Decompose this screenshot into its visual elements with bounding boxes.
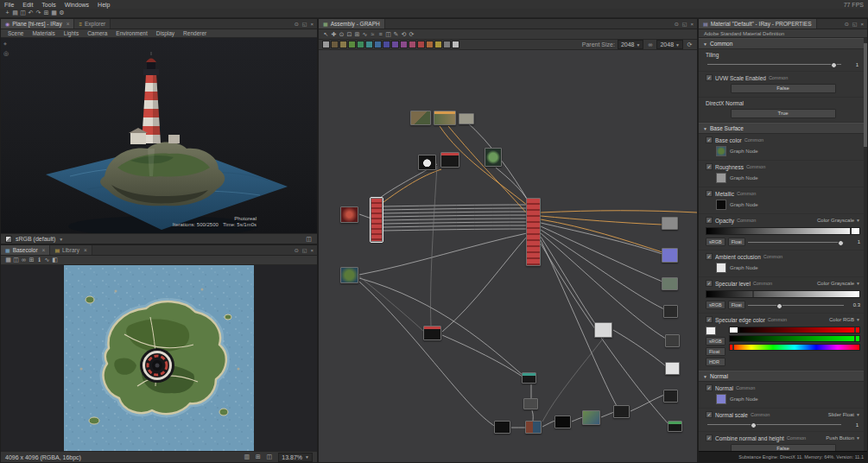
scrollbar[interactable]	[864, 38, 867, 451]
panel-options-icon[interactable]: ◫	[305, 235, 313, 244]
tile-icon[interactable]: ⊞	[28, 256, 35, 264]
copy-icon[interactable]: ⊞	[42, 9, 50, 17]
close-icon[interactable]: ×	[310, 248, 314, 253]
node-type-swatch-1[interactable]	[331, 41, 339, 48]
checkbox[interactable]	[706, 136, 713, 143]
value-type-select[interactable]: Color Grayscale ▼	[817, 281, 860, 286]
checkbox[interactable]	[706, 434, 713, 441]
checkbox[interactable]	[706, 253, 713, 260]
graph-node-26[interactable]	[582, 410, 600, 425]
grayscale-gradient[interactable]	[706, 290, 860, 298]
new-icon[interactable]: +	[3, 9, 11, 17]
node-type-swatch-8[interactable]	[391, 41, 399, 48]
zoom-icon[interactable]: ⊙	[338, 30, 345, 39]
graph-node-10[interactable]	[340, 267, 358, 283]
viewport-menu-lights[interactable]: Lights	[60, 30, 82, 36]
directx-normal-toggle-button[interactable]: True	[731, 109, 836, 118]
graph-node-2[interactable]	[434, 111, 456, 125]
parent-size-width-select[interactable]: 2048 ▼	[618, 40, 644, 49]
red-channel-slider[interactable]	[729, 327, 860, 333]
graph-node-19[interactable]	[668, 421, 682, 432]
graph-node-8[interactable]	[371, 198, 383, 242]
image-icon[interactable]: ▦	[4, 256, 12, 264]
float-icon[interactable]: ◱	[302, 247, 307, 253]
green-channel-slider[interactable]	[729, 335, 860, 342]
edit-icon[interactable]: ✎	[392, 30, 400, 39]
graph-node-7[interactable]	[340, 206, 358, 223]
wave-icon[interactable]: ≈	[369, 30, 377, 39]
checkbox[interactable]	[706, 74, 713, 81]
graph-node-ref[interactable]: Graph Node	[716, 263, 860, 273]
srgb-button[interactable]: sRGB	[706, 337, 725, 346]
node-type-swatch-7[interactable]	[383, 41, 390, 48]
graph-node-1[interactable]	[410, 111, 431, 125]
graph-node-22[interactable]	[523, 398, 538, 409]
viewport-menu-display[interactable]: Display	[153, 30, 178, 36]
graph-node-21[interactable]	[522, 372, 536, 384]
tab-basecolor[interactable]: ▦ Basecolor ×	[1, 245, 50, 255]
link-display-icon[interactable]: ∿	[361, 30, 369, 39]
graph-node-5[interactable]	[440, 152, 459, 168]
hue-slider[interactable]	[729, 344, 860, 351]
graph-node-ref[interactable]: Graph Node	[716, 200, 860, 210]
tab-library[interactable]: ▤ Library ×	[50, 245, 92, 255]
node-type-swatch-10[interactable]	[409, 41, 416, 48]
frame-icon[interactable]: ⊡	[345, 30, 353, 39]
pin-icon[interactable]: ⊙	[845, 21, 849, 27]
checkbox[interactable]	[706, 163, 713, 170]
graph-node-20[interactable]	[423, 326, 441, 340]
float-button[interactable]: Float	[728, 238, 745, 246]
graph-canvas[interactable]	[319, 50, 697, 462]
viewport-2d[interactable]	[1, 265, 317, 451]
value-type-select[interactable]: Color RGB ▼	[829, 317, 860, 322]
graph-node-17[interactable]	[665, 362, 680, 375]
redo-arrow-icon[interactable]: ⟳	[408, 30, 415, 39]
graph-node-25[interactable]	[554, 415, 571, 428]
graph-node-ref[interactable]: Graph Node	[716, 173, 860, 183]
node-type-swatch-4[interactable]	[357, 41, 364, 48]
settings-icon[interactable]: ⚙	[58, 9, 66, 17]
close-icon[interactable]: ×	[67, 21, 70, 27]
node-type-swatch-2[interactable]	[339, 41, 347, 48]
undo-arrow-icon[interactable]: ⟲	[400, 30, 408, 39]
graph-node-6[interactable]	[485, 148, 502, 167]
checkbox[interactable]	[706, 217, 713, 224]
link-icon[interactable]: ∞	[646, 41, 654, 49]
viewport-menu-environment[interactable]: Environment	[112, 30, 151, 36]
graph-node-11[interactable]	[594, 322, 612, 338]
float-button[interactable]: Float	[706, 347, 725, 356]
float-icon[interactable]: ◱	[302, 21, 307, 27]
graph-node-23[interactable]	[494, 421, 510, 434]
float-button[interactable]: Float	[728, 301, 745, 309]
link-icon[interactable]: ∞	[20, 256, 28, 264]
menu-help[interactable]: Help	[93, 2, 114, 8]
color-preview[interactable]	[706, 327, 716, 335]
checkbox[interactable]	[706, 190, 713, 197]
graph-node-4[interactable]	[418, 155, 436, 170]
close-icon[interactable]: ×	[42, 247, 46, 253]
viewport-menu-materials[interactable]: Materials	[29, 30, 58, 36]
section-base-surface[interactable]: ▼ Base Surface	[699, 123, 867, 134]
node-type-swatch-9[interactable]	[400, 41, 408, 48]
node-type-swatch-12[interactable]	[426, 41, 434, 48]
colorspace-select[interactable]: sRGB (default)	[16, 236, 55, 242]
menu-tools[interactable]: Tools	[37, 2, 60, 8]
grayscale-gradient[interactable]	[706, 227, 860, 235]
graph-node-ref[interactable]: Graph Node	[716, 394, 860, 404]
menu-file[interactable]: File	[0, 2, 18, 8]
section-common[interactable]: ▼ Common	[699, 38, 867, 49]
info-icon[interactable]: ℹ	[35, 256, 43, 264]
graph-node-9[interactable]	[526, 198, 541, 266]
graph-node-15[interactable]	[663, 305, 678, 318]
layout-icon[interactable]: ▦	[50, 9, 58, 17]
filter-icon[interactable]: ∿	[43, 256, 51, 264]
opacity-slider[interactable]	[748, 239, 844, 245]
save-icon[interactable]: ◫	[19, 9, 27, 17]
node-type-swatch-0[interactable]	[322, 41, 330, 48]
node-type-swatch-3[interactable]	[348, 41, 356, 48]
save-icon[interactable]: ◫	[12, 256, 20, 264]
scrollbar-thumb[interactable]	[864, 43, 867, 147]
compare-icon[interactable]: ◧	[51, 256, 59, 264]
normal-scale-slider[interactable]	[707, 422, 841, 428]
node-type-swatch-15[interactable]	[452, 41, 459, 48]
